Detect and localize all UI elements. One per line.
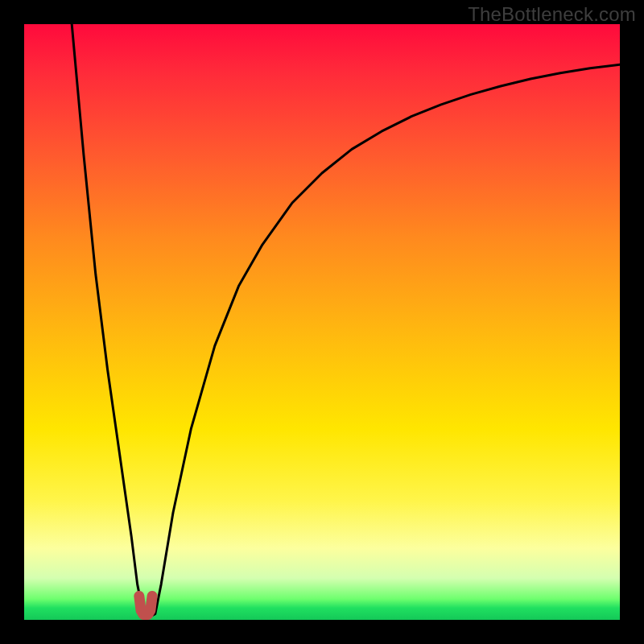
bottleneck-curve (72, 24, 620, 617)
highlight-segment (139, 596, 152, 615)
chart-frame: TheBottleneck.com (0, 0, 644, 644)
plot-area (24, 24, 620, 620)
plot-svg (24, 24, 620, 620)
watermark-text: TheBottleneck.com (468, 3, 636, 26)
